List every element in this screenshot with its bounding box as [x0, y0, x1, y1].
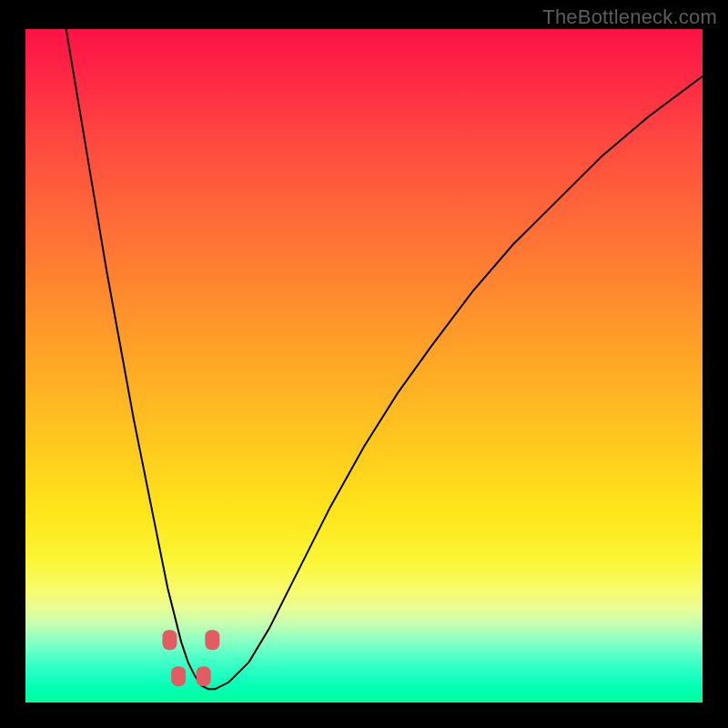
curve-marker: [171, 666, 186, 686]
curve-marker: [162, 630, 177, 650]
chart-svg: [25, 29, 703, 703]
watermark-text: TheBottleneck.com: [542, 5, 717, 29]
bottleneck-curve: [66, 29, 703, 689]
plot-area: [25, 29, 703, 703]
curve-marker: [205, 630, 219, 650]
chart-container: TheBottleneck.com: [0, 0, 728, 728]
curve-marker: [197, 666, 211, 686]
curve-markers: [162, 630, 219, 686]
